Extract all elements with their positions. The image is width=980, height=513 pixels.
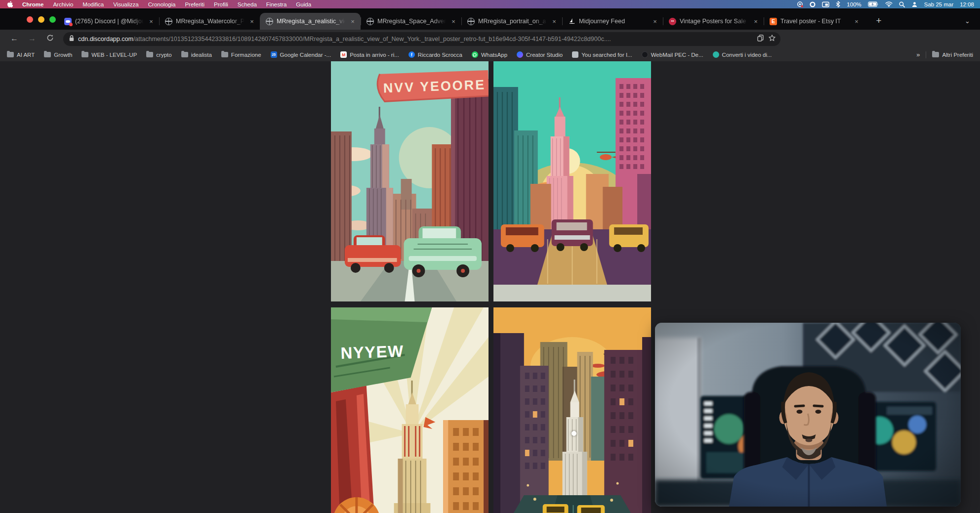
tab-vintage-posters[interactable]: ** Vintage Posters for Sale | ×	[663, 13, 764, 30]
copy-link-icon[interactable]	[757, 35, 764, 43]
bookmarks-bar: AI ART Growth WEB - LEVEL-UP crypto idea…	[0, 48, 980, 61]
poster-bottom-left-nyyew[interactable]: NYYEW	[331, 307, 489, 513]
webmail-icon	[642, 51, 648, 58]
bookmark-other-favorites[interactable]: Altri Preferiti	[932, 52, 973, 58]
bookmark-convert-video[interactable]: Converti i video di...	[713, 51, 772, 58]
poster-top-left-nvv-yeoore[interactable]: NVV YEOORE	[331, 61, 489, 301]
tab-label: MRregista_a_realistic_vie	[277, 18, 345, 25]
bookmark-you-searched[interactable]: You searched for I...	[572, 51, 632, 58]
globe-icon	[165, 18, 172, 25]
address-bar[interactable]: cdn.discordapp.com/attachments/101351233…	[63, 32, 780, 46]
close-window-button[interactable]	[27, 16, 33, 23]
bookmark-label: Converti i video di...	[722, 52, 772, 58]
poster-top-right[interactable]	[493, 61, 651, 301]
menu-profili[interactable]: Profili	[214, 1, 228, 7]
page-icon	[572, 51, 578, 58]
menu-guida[interactable]: Guida	[296, 1, 311, 7]
apple-logo-icon[interactable]	[7, 1, 13, 8]
menu-scheda[interactable]: Scheda	[238, 1, 257, 7]
wifi-icon[interactable]	[885, 1, 893, 7]
bookmark-folder-crypto[interactable]: crypto	[146, 52, 171, 58]
close-tab-icon[interactable]: ×	[550, 18, 558, 25]
spotlight-search-icon[interactable]	[899, 1, 905, 7]
bookmarks-overflow-chevrons[interactable]: »	[916, 51, 920, 58]
gmail-icon: M	[340, 51, 347, 58]
bookmark-folder-growth[interactable]: Growth	[44, 52, 72, 58]
bookmark-label: crypto	[156, 52, 171, 58]
menu-visualizza[interactable]: Visualizza	[113, 1, 139, 7]
tab-midjourney-feed[interactable]: Midjourney Feed ×	[562, 13, 663, 30]
bookmark-label: Growth	[54, 52, 72, 58]
tab-label: Travel poster - Etsy IT	[780, 18, 849, 25]
bookmark-star-icon[interactable]	[769, 35, 776, 43]
bookmark-label: Posta in arrivo - ri...	[350, 52, 399, 58]
menu-modifica[interactable]: Modifica	[82, 1, 104, 7]
tab-watercolor[interactable]: MRregista_Watercolor_Pa ×	[159, 13, 260, 30]
tab-etsy[interactable]: E Travel poster - Etsy IT ×	[764, 13, 864, 30]
macos-desktop: Chrome Archivio Modifica Visualizza Cron…	[0, 0, 980, 513]
display-mirroring-icon[interactable]	[822, 1, 829, 7]
lock-icon	[69, 35, 74, 43]
chrome-toolbar: ← → cdn.discordapp.com/attachments/10135…	[0, 30, 980, 48]
close-tab-icon[interactable]: ×	[449, 18, 457, 25]
close-tab-icon[interactable]: ×	[147, 18, 155, 25]
bookmark-facebook[interactable]: fRiccardo Scrocca	[408, 51, 462, 58]
new-tab-button[interactable]: +	[872, 15, 885, 26]
converter-icon	[713, 51, 719, 58]
close-tab-icon[interactable]: ×	[349, 18, 357, 25]
discord-icon	[64, 18, 72, 25]
menu-archivio[interactable]: Archivio	[53, 1, 73, 7]
mouse-cursor-dot	[572, 431, 576, 436]
folder-icon	[44, 52, 51, 57]
close-tab-icon[interactable]: ×	[651, 18, 659, 25]
close-tab-icon[interactable]: ×	[248, 18, 256, 25]
bookmark-google-calendar[interactable]: 25Google Calendar -...	[271, 51, 331, 58]
menu-date[interactable]: Sab 25 mar	[924, 1, 953, 7]
folder-icon	[7, 52, 14, 57]
bookmark-folder-formazione[interactable]: Formazione	[221, 52, 261, 58]
bookmark-folder-idealista[interactable]: idealista	[181, 52, 212, 58]
menu-chrome[interactable]: Chrome	[22, 1, 43, 7]
bookmark-label: AI ART	[17, 52, 35, 58]
tab-label: MRregista_Space_Advent	[377, 18, 446, 25]
close-tab-icon[interactable]: ×	[752, 18, 760, 25]
fullscreen-window-button[interactable]	[49, 16, 56, 23]
tab-label: MRregista_Watercolor_Pa	[176, 18, 245, 25]
close-tab-icon[interactable]: ×	[853, 18, 860, 25]
tab-space-adventure[interactable]: MRregista_Space_Advent ×	[361, 13, 461, 30]
bookmark-label: You searched for I...	[581, 52, 632, 58]
tab-realistic-view-active[interactable]: MRregista_a_realistic_vie ×	[260, 13, 361, 30]
bluetooth-icon[interactable]	[836, 1, 840, 7]
tab-discord[interactable]: (2765) Discord | @Midjou ×	[58, 13, 159, 30]
back-button[interactable]: ←	[7, 34, 22, 43]
tab-portrait[interactable]: MRregista_portrait_on_a ×	[461, 13, 562, 30]
bookmark-webmail-pec[interactable]: WebMail PEC - De...	[642, 51, 703, 58]
bookmark-label: WebMail PEC - De...	[651, 52, 703, 58]
minimize-window-button[interactable]	[38, 16, 44, 23]
bookmark-gmail[interactable]: MPosta in arrivo - ri...	[340, 51, 399, 58]
webcam-overlay	[655, 323, 961, 507]
battery-charging-icon[interactable]	[868, 1, 879, 7]
macos-menu-bar: Chrome Archivio Modifica Visualizza Cron…	[0, 0, 980, 8]
globe-icon	[367, 18, 374, 25]
menu-clock[interactable]: 12:08	[960, 1, 974, 7]
menu-preferiti[interactable]: Preferiti	[185, 1, 204, 7]
bookmark-whatsapp[interactable]: WhatsApp	[472, 51, 507, 58]
bookmark-folder-web-level-up[interactable]: WEB - LEVEL-UP	[82, 52, 137, 58]
shield-status-icon[interactable]	[810, 1, 816, 7]
chrome-tab-bar: (2765) Discord | @Midjou × MRregista_Wat…	[0, 8, 980, 30]
fast-user-switch-icon[interactable]	[911, 1, 918, 7]
forward-button[interactable]: →	[25, 34, 40, 43]
tab-search-chevron-icon[interactable]: ⌄	[965, 17, 970, 25]
menu-finestra[interactable]: Finestra	[266, 1, 287, 7]
tab-label: Midjourney Feed	[579, 18, 648, 25]
folder-icon	[221, 52, 228, 57]
menu-cronologia[interactable]: Cronologia	[148, 1, 176, 7]
poster-bottom-right[interactable]	[493, 307, 651, 513]
screen-record-icon[interactable]	[797, 1, 803, 7]
bookmark-label: Formazione	[231, 52, 261, 58]
bookmark-creator-studio[interactable]: Creator Studio	[517, 51, 563, 58]
reload-button[interactable]	[42, 34, 57, 43]
bookmark-folder-ai-art[interactable]: AI ART	[7, 52, 35, 58]
url-domain: cdn.discordapp.com	[78, 36, 133, 43]
